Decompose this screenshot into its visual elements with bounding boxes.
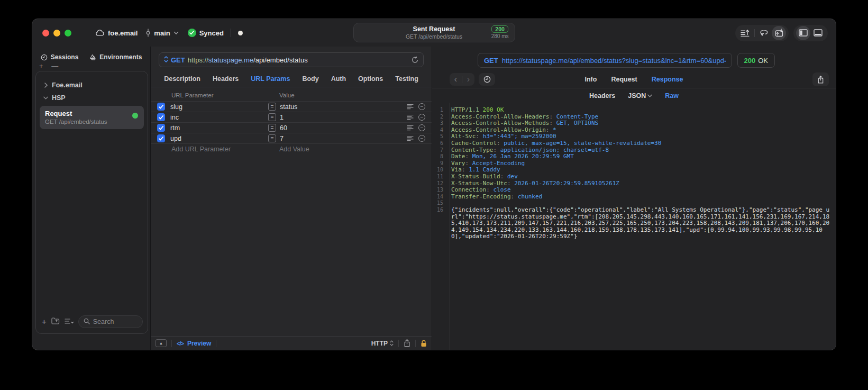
chevron-right-icon — [43, 83, 48, 88]
preview-button[interactable]: </> Preview — [177, 340, 211, 347]
param-options-icon[interactable] — [407, 114, 414, 120]
param-value[interactable]: 60 — [280, 124, 407, 132]
import-export-button[interactable] — [738, 26, 752, 40]
remove-param-icon[interactable]: − — [418, 135, 425, 142]
sidebar-footer: + Search — [40, 314, 144, 329]
tab-description[interactable]: Description — [164, 75, 200, 83]
response-toolbar: ‹ › InfoRequestResponse — [432, 71, 836, 88]
response-status-box: 200 OK — [737, 53, 775, 68]
remove-param-icon[interactable]: − — [418, 124, 425, 131]
tab-request[interactable]: Request — [611, 76, 637, 83]
tab-options[interactable]: Options — [358, 75, 383, 83]
param-checkbox[interactable] — [157, 124, 165, 132]
remove-param-icon[interactable]: − — [418, 114, 425, 121]
share-icon[interactable] — [404, 339, 410, 347]
request-url-bar[interactable]: GET https://statuspage.me/api/embed/stat… — [159, 52, 424, 67]
search-placeholder: Search — [93, 318, 114, 325]
param-row[interactable]: upd=7− — [151, 133, 432, 143]
sidebar-request-item[interactable]: Request GET /api/embed/status — [40, 106, 144, 129]
sidebar-tab-sessions[interactable]: Sessions — [41, 53, 79, 61]
group-label: HSP — [52, 94, 66, 102]
sidebar-group-hsp[interactable]: HSP — [40, 92, 144, 104]
sync-status[interactable]: Synced — [188, 29, 224, 37]
param-name[interactable]: rtm — [170, 124, 268, 132]
param-row[interactable]: slug=status− — [151, 101, 432, 112]
tab-testing[interactable]: Testing — [395, 75, 418, 83]
sync-label: Synced — [199, 29, 224, 37]
remove-param-icon[interactable]: − — [418, 103, 425, 110]
sort-list-button[interactable] — [65, 317, 74, 326]
param-name[interactable]: upd — [170, 135, 268, 142]
tab-headers[interactable]: Headers — [213, 75, 239, 83]
param-name[interactable]: inc — [170, 114, 268, 121]
subtab-headers[interactable]: Headers — [589, 92, 615, 99]
back-button[interactable]: ‹ — [450, 74, 462, 85]
minimize-window-button[interactable] — [53, 30, 60, 37]
param-checkbox[interactable] — [157, 134, 165, 142]
param-value[interactable]: status — [280, 103, 407, 111]
branch-menu[interactable]: main — [145, 29, 178, 37]
sent-request-pill[interactable]: Sent Request GET /api/embed/status 200 2… — [353, 23, 515, 42]
toggle-sidebar-button[interactable] — [796, 26, 810, 40]
tab-url-params[interactable]: URL Params — [251, 75, 290, 83]
add-request-button[interactable]: + — [42, 319, 47, 325]
tab-auth[interactable]: Auth — [331, 75, 346, 83]
unsaved-indicator-dot — [238, 31, 243, 35]
sidebar-tab-environments[interactable]: Environments — [89, 53, 142, 61]
link-button[interactable] — [757, 26, 771, 40]
cloud-icon — [95, 29, 105, 37]
line-number: 6 — [432, 140, 446, 147]
resend-request-button[interactable] — [772, 26, 786, 40]
tab-info[interactable]: Info — [585, 76, 597, 83]
param-checkbox[interactable] — [157, 113, 165, 121]
toggle-bottom-panel-button[interactable] — [811, 26, 825, 40]
method-updown-icon[interactable] — [164, 56, 168, 64]
column-header-value: Value — [279, 92, 424, 98]
desktop: foe.email main Synced — [0, 0, 868, 390]
code-icon: </> — [177, 340, 184, 347]
tab-body[interactable]: Body — [302, 75, 318, 83]
expand-panel-button[interactable]: ▲ — [156, 339, 167, 347]
sidebar-group-foe-email[interactable]: Foe.email — [40, 79, 144, 92]
response-raw-view[interactable]: 1HTTP/1.1 200 OK2Access-Control-Allow-He… — [432, 103, 836, 350]
request-method[interactable]: GET — [171, 56, 185, 64]
new-folder-button[interactable] — [51, 317, 60, 326]
response-status-text: OK — [758, 57, 768, 65]
param-options-icon[interactable] — [407, 125, 414, 131]
main-content: SessionsEnvironments + — Foe.email HSP — [32, 47, 836, 350]
param-options-icon[interactable] — [407, 104, 414, 110]
subtab-json[interactable]: JSON — [628, 92, 652, 99]
param-row[interactable]: rtm=60− — [151, 122, 432, 133]
param-name[interactable]: slug — [170, 103, 268, 111]
param-options-icon[interactable] — [407, 135, 414, 141]
add-param-row[interactable]: Add URL Parameter Add Value — [151, 143, 432, 155]
subtab-raw[interactable]: Raw — [665, 92, 679, 99]
titlebar-separator — [231, 29, 231, 37]
param-checkbox[interactable] — [157, 103, 165, 111]
export-response-button[interactable] — [812, 72, 829, 86]
zoom-window-button[interactable] — [65, 30, 71, 37]
request-item-title: Request — [45, 110, 139, 117]
sidebar-search-input[interactable]: Search — [78, 315, 143, 328]
lock-icon[interactable] — [421, 340, 427, 347]
line-number: 9 — [432, 160, 446, 167]
param-value[interactable]: 7 — [280, 135, 407, 142]
equals-icon: = — [268, 134, 276, 142]
add-value-placeholder[interactable]: Add Value — [279, 146, 309, 153]
param-row[interactable]: inc=1− — [151, 112, 432, 122]
tab-response[interactable]: Response — [652, 76, 683, 83]
forward-button[interactable]: › — [462, 74, 474, 85]
param-value[interactable]: 1 — [280, 114, 407, 121]
add-param-placeholder[interactable]: Add URL Parameter — [171, 146, 279, 153]
line-number: 8 — [432, 153, 446, 160]
close-window-button[interactable] — [42, 30, 49, 37]
session-add-remove[interactable]: + — — [39, 64, 150, 71]
reload-icon[interactable] — [412, 56, 418, 64]
request-url[interactable]: https://statuspage.me/api/embed/status — [188, 56, 308, 64]
sent-request-title: Sent Request — [406, 25, 462, 33]
traffic-lights — [42, 30, 71, 37]
history-button[interactable] — [479, 73, 495, 86]
response-request-url[interactable]: GET https://statuspage.me/api/embed/stat… — [478, 53, 732, 68]
project-menu[interactable]: foe.email — [95, 29, 138, 37]
protocol-selector[interactable]: HTTP — [371, 340, 394, 347]
